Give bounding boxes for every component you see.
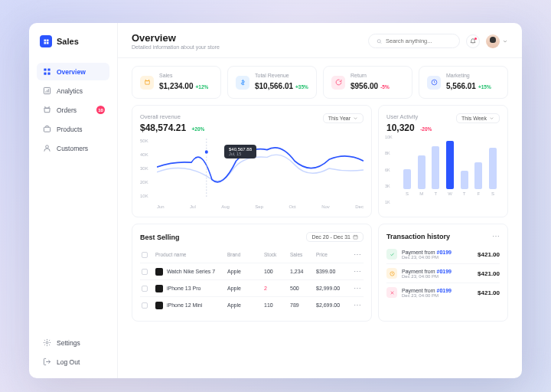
sidebar: Sales Overview Analytics Orders 10 Produ… xyxy=(29,23,118,378)
best-selling-card: Best Selling Dec 20 - Dec 31 Product nam… xyxy=(132,224,372,322)
activity-title: User Activity xyxy=(386,113,432,120)
kpi-delta: -5% xyxy=(380,84,390,90)
dropdown-label: This Year xyxy=(328,116,350,121)
cell-price: $2,699.00 xyxy=(316,302,350,308)
kpi-value: $10,566.01 xyxy=(255,82,293,90)
chevron-down-icon xyxy=(489,116,494,121)
sidebar-item-settings[interactable]: Settings xyxy=(37,334,109,351)
logo[interactable]: Sales xyxy=(37,35,109,47)
col-product: Product name xyxy=(155,252,224,257)
sidebar-item-products[interactable]: Products xyxy=(37,120,109,138)
transactions-list: Payment from #0199 Dec 23, 04:00 PM $421… xyxy=(386,245,500,302)
tx-title: Payment from #0199 xyxy=(402,269,473,274)
sidebar-item-analytics[interactable]: Analytics xyxy=(37,82,109,100)
table-row[interactable]: Watch Nike Series 7 Apple 100 1,234 $399… xyxy=(140,263,364,279)
notifications-button[interactable] xyxy=(466,34,480,48)
profile-menu[interactable] xyxy=(486,34,508,48)
col-price: Price xyxy=(316,252,350,257)
dropdown-label: Dec 20 - Dec 31 xyxy=(311,234,350,240)
kpi-label: Sales xyxy=(159,73,208,78)
x-axis: JunJulAugSepOctNovDec xyxy=(157,204,364,209)
kpi-label: Return xyxy=(350,73,390,78)
revenue-delta: +20% xyxy=(192,126,205,132)
bar[interactable] xyxy=(403,169,411,189)
kpi-icon xyxy=(236,76,249,90)
y-axis: 10K8K6K3K1K xyxy=(385,135,393,204)
checkbox-all[interactable] xyxy=(142,252,148,258)
checkbox[interactable] xyxy=(142,269,148,275)
checkbox[interactable] xyxy=(142,286,148,292)
row-more-icon[interactable]: ⋯ xyxy=(353,267,362,276)
sidebar-item-label: Customers xyxy=(57,145,88,152)
user-icon xyxy=(43,144,51,152)
chevron-down-icon xyxy=(502,38,508,44)
status-icon xyxy=(386,268,397,279)
cell-stock: 110 xyxy=(264,302,287,308)
search-box[interactable] xyxy=(368,34,460,48)
cell-sales: 500 xyxy=(290,286,313,291)
svg-rect-2 xyxy=(44,72,46,74)
cell-product: iPhone 13 Pro xyxy=(155,285,224,292)
bar[interactable] xyxy=(446,141,454,189)
x-axis: SMTWTFS xyxy=(400,191,500,196)
col-brand: Brand xyxy=(227,252,261,257)
cell-brand: Apple xyxy=(227,269,261,274)
bar[interactable] xyxy=(489,148,497,189)
sidebar-item-label: Overview xyxy=(57,68,86,76)
cell-stock: 2 xyxy=(264,286,287,291)
bar[interactable] xyxy=(474,162,482,189)
sidebar-item-customers[interactable]: Customers xyxy=(37,139,109,157)
tx-amount: $421.00 xyxy=(478,270,500,277)
search-icon xyxy=(377,38,382,44)
table-row[interactable]: iPhone 13 Pro Apple 2 500 $2,999.00 ⋯ xyxy=(140,279,364,296)
bar[interactable] xyxy=(461,171,468,189)
transaction-row[interactable]: Payment from #0199 Dec 23, 04:00 PM $421… xyxy=(386,263,500,283)
tx-amount: $421.00 xyxy=(478,289,500,296)
svg-rect-3 xyxy=(47,72,50,74)
kpi-value: 5,566.01 xyxy=(446,82,476,90)
best-title: Best Selling xyxy=(140,234,180,241)
content: Sales $1,234.00+12% Total Revenue $10,56… xyxy=(118,58,522,378)
checkbox[interactable] xyxy=(142,302,148,309)
cell-sales: 789 xyxy=(290,302,313,308)
more-icon[interactable]: ⋯ xyxy=(492,232,500,240)
sidebar-item-label: Settings xyxy=(57,339,80,347)
svg-point-8 xyxy=(377,39,380,42)
kpi-icon xyxy=(140,76,154,90)
tx-amount: $421.00 xyxy=(478,251,500,258)
row-more-icon[interactable]: ⋯ xyxy=(353,284,362,292)
svg-point-6 xyxy=(46,145,49,149)
kpi-label: Marketing xyxy=(446,73,491,78)
cell-sales: 1,234 xyxy=(290,269,313,274)
table-row[interactable]: iPhone 12 Mini Apple 110 789 $2,699.00 ⋯ xyxy=(140,296,364,313)
gear-icon xyxy=(43,338,51,347)
cell-brand: Apple xyxy=(227,286,261,291)
topbar: Overview Detailed information about your… xyxy=(118,23,522,58)
tx-date: Dec 23, 04:00 PM xyxy=(402,255,473,260)
bar[interactable] xyxy=(432,146,439,189)
activity-range-dropdown[interactable]: This Week xyxy=(456,113,500,123)
activity-delta: -20% xyxy=(420,126,432,132)
cell-price: $399.00 xyxy=(316,269,350,274)
search-input[interactable] xyxy=(386,38,452,44)
page-subtitle: Detailed information about your store xyxy=(132,44,220,50)
bar[interactable] xyxy=(418,155,425,189)
best-range-dropdown[interactable]: Dec 20 - Dec 31 xyxy=(306,232,364,242)
sidebar-item-logout[interactable]: Log Out xyxy=(37,353,109,371)
transaction-row[interactable]: Payment from #0199 Dec 23, 04:00 PM $421… xyxy=(386,245,500,263)
svg-point-11 xyxy=(204,150,208,155)
sidebar-item-overview[interactable]: Overview xyxy=(37,63,109,80)
revenue-range-dropdown[interactable]: This Year xyxy=(323,113,364,123)
transaction-row[interactable]: Payment from #0199 Dec 23, 04:00 PM $421… xyxy=(386,283,500,302)
tooltip-date: Jul, 15 xyxy=(229,152,252,156)
avatar xyxy=(486,34,500,48)
sidebar-item-orders[interactable]: Orders 10 xyxy=(37,101,109,119)
cell-stock: 100 xyxy=(264,269,287,274)
more-icon[interactable]: ⋯ xyxy=(353,250,362,259)
tx-title: Payment from #0199 xyxy=(402,288,473,293)
sidebar-item-label: Log Out xyxy=(57,358,80,366)
product-icon xyxy=(155,285,163,292)
row-more-icon[interactable]: ⋯ xyxy=(353,301,362,309)
kpi-row: Sales $1,234.00+12% Total Revenue $10,56… xyxy=(132,66,508,99)
activity-value: 10,320 xyxy=(386,122,415,133)
